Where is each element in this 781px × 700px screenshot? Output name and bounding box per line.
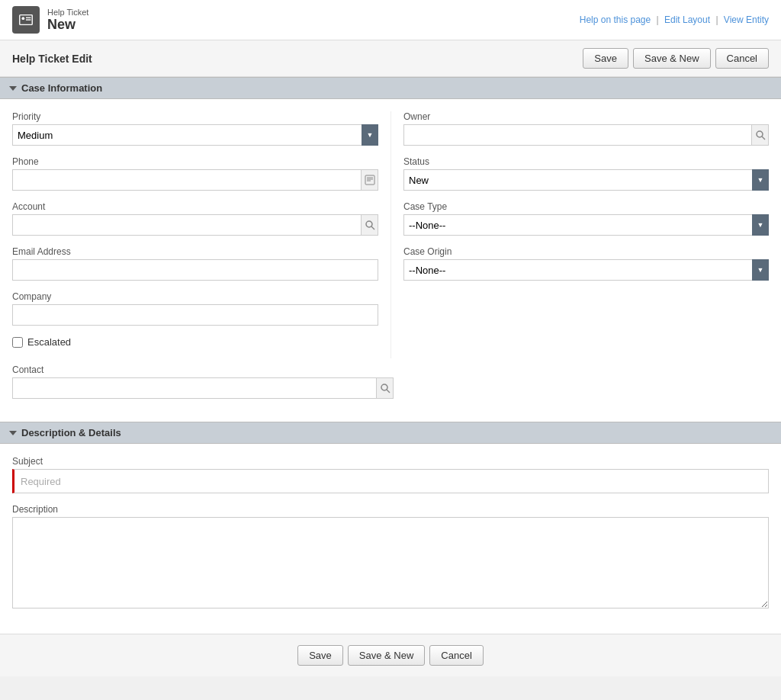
bottom-save-new-button[interactable]: Save & New	[348, 645, 426, 666]
case-origin-group: Case Origin --None-- Phone Email Web	[403, 246, 769, 281]
subject-input[interactable]	[12, 469, 769, 493]
desc-section-body: Subject Description	[0, 444, 781, 634]
case-origin-select[interactable]: --None-- Phone Email Web	[403, 259, 769, 281]
email-input[interactable]	[12, 259, 378, 281]
status-group: Status New Assigned Pending Input Closed…	[403, 156, 769, 191]
case-type-select-wrapper: --None-- User Administration Product	[403, 214, 769, 236]
priority-group: Priority Low Medium High Urgent	[12, 111, 378, 146]
status-select[interactable]: New Assigned Pending Input Closed Reject…	[403, 169, 769, 191]
contact-input-wrapper	[12, 377, 394, 399]
account-label: Account	[12, 201, 378, 212]
contact-label: Contact	[12, 364, 394, 375]
desc-section-header: Description & Details	[0, 422, 781, 444]
header-left: Help Ticket New	[12, 6, 88, 34]
toolbar-buttons: Save Save & New Cancel	[583, 48, 769, 69]
case-type-group: Case Type --None-- User Administration P…	[403, 201, 769, 236]
page-subtitle: Help Ticket	[47, 8, 88, 17]
svg-line-11	[762, 136, 765, 140]
account-input-wrapper	[12, 214, 378, 236]
case-info-title: Case Information	[21, 82, 102, 94]
bottom-toolbar: Save Save & New Cancel	[0, 634, 781, 676]
header-links: Help on this page | Edit Layout | View E…	[580, 14, 769, 25]
desc-section-title: Description & Details	[21, 427, 121, 438]
case-type-label: Case Type	[403, 201, 769, 212]
owner-input-wrapper	[403, 124, 769, 146]
escalated-label: Escalated	[27, 336, 71, 348]
save-new-button[interactable]: Save & New	[633, 48, 711, 69]
owner-label: Owner	[403, 111, 769, 122]
edit-layout-link[interactable]: Edit Layout	[664, 14, 710, 25]
phone-lookup-button[interactable]	[362, 169, 378, 191]
save-button[interactable]: Save	[583, 48, 628, 69]
priority-select[interactable]: Low Medium High Urgent	[12, 124, 378, 146]
owner-group: Owner	[403, 111, 769, 146]
toolbar-title: Help Ticket Edit	[12, 53, 92, 65]
svg-line-13	[387, 390, 390, 393]
main-content: Case Information Priority Low Medium Hig…	[0, 77, 781, 676]
svg-line-9	[371, 226, 374, 230]
bottom-save-button[interactable]: Save	[297, 645, 343, 666]
owner-input[interactable]	[403, 124, 752, 146]
case-type-select[interactable]: --None-- User Administration Product	[403, 214, 769, 236]
page-header: Help Ticket New Help on this page | Edit…	[0, 0, 781, 40]
phone-input-wrapper	[12, 169, 378, 191]
priority-label: Priority	[12, 111, 378, 122]
owner-search-button[interactable]	[752, 124, 769, 146]
help-link[interactable]: Help on this page	[580, 14, 651, 25]
status-label: Status	[403, 156, 769, 167]
top-toolbar: Help Ticket Edit Save Save & New Cancel	[0, 40, 781, 77]
email-label: Email Address	[12, 246, 378, 257]
case-origin-label: Case Origin	[403, 246, 769, 257]
description-textarea[interactable]	[12, 517, 769, 608]
company-label: Company	[12, 291, 378, 302]
account-group: Account	[12, 201, 378, 236]
escalated-group: Escalated	[12, 336, 378, 348]
svg-point-10	[757, 131, 763, 137]
contact-section: Contact	[12, 358, 769, 399]
company-input[interactable]	[12, 304, 378, 326]
svg-point-12	[381, 384, 387, 390]
case-info-body: Priority Low Medium High Urgent Phone	[0, 99, 781, 422]
view-entity-link[interactable]: View Entity	[724, 14, 769, 25]
left-col: Priority Low Medium High Urgent Phone	[12, 111, 390, 358]
phone-input[interactable]	[12, 169, 362, 191]
subject-label: Subject	[12, 456, 769, 467]
case-origin-select-wrapper: --None-- Phone Email Web	[403, 259, 769, 281]
svg-point-8	[366, 221, 372, 227]
contact-search-button[interactable]	[377, 377, 394, 399]
case-info-grid: Priority Low Medium High Urgent Phone	[12, 111, 769, 358]
description-group: Description	[12, 504, 769, 611]
case-info-section-header: Case Information	[0, 77, 781, 99]
priority-select-wrapper: Low Medium High Urgent	[12, 124, 378, 146]
svg-point-1	[22, 17, 25, 20]
desc-collapse-arrow-icon[interactable]	[9, 431, 17, 435]
phone-group: Phone	[12, 156, 378, 191]
account-search-button[interactable]	[362, 214, 378, 236]
email-group: Email Address	[12, 246, 378, 281]
right-col: Owner Status New Assigned Pen	[390, 111, 769, 358]
escalated-checkbox[interactable]	[12, 337, 23, 348]
description-label: Description	[12, 504, 769, 515]
collapse-arrow-icon[interactable]	[9, 86, 17, 91]
account-input[interactable]	[12, 214, 362, 236]
app-icon	[12, 6, 40, 34]
page-title: New	[47, 17, 88, 33]
phone-label: Phone	[12, 156, 378, 167]
status-select-wrapper: New Assigned Pending Input Closed Reject…	[403, 169, 769, 191]
company-group: Company	[12, 291, 378, 326]
bottom-cancel-button[interactable]: Cancel	[429, 645, 483, 666]
cancel-button[interactable]: Cancel	[715, 48, 769, 69]
page-title-block: Help Ticket New	[47, 8, 88, 33]
subject-group: Subject	[12, 456, 769, 493]
contact-input[interactable]	[12, 377, 377, 399]
svg-rect-4	[365, 175, 374, 185]
contact-group: Contact	[12, 364, 394, 399]
